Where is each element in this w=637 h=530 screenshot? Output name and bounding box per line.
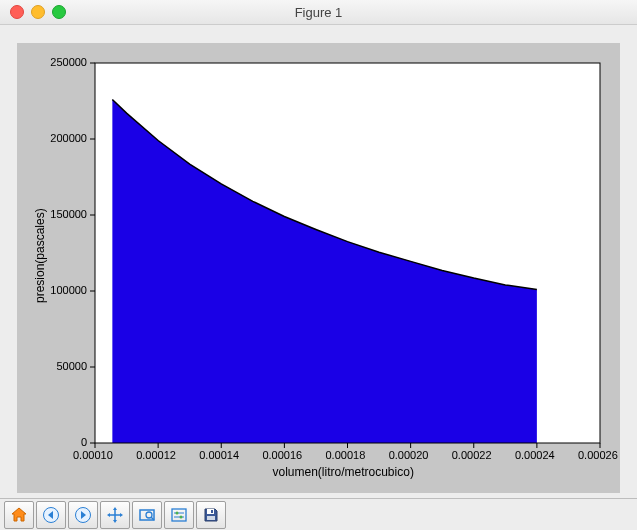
x-tick-label: 0.00026 — [578, 449, 618, 461]
toolbar — [0, 498, 637, 530]
subplots-button[interactable] — [164, 501, 194, 529]
y-axis-label: presion(pascales) — [33, 208, 47, 303]
minimize-icon[interactable] — [31, 5, 45, 19]
svg-rect-29 — [211, 510, 213, 513]
chart-plot — [17, 43, 620, 493]
pan-button[interactable] — [100, 501, 130, 529]
x-tick-label: 0.00020 — [389, 449, 429, 461]
svg-rect-30 — [207, 516, 215, 520]
save-button[interactable] — [196, 501, 226, 529]
arrow-right-icon — [74, 506, 92, 524]
home-button[interactable] — [4, 501, 34, 529]
svg-point-27 — [180, 515, 183, 518]
figure-canvas: 0.000100.000120.000140.000160.000180.000… — [17, 43, 620, 493]
y-tick-label: 200000 — [37, 132, 87, 144]
svg-rect-23 — [172, 509, 186, 521]
x-tick-label: 0.00016 — [262, 449, 302, 461]
titlebar: Figure 1 — [0, 0, 637, 25]
zoom-button[interactable] — [132, 501, 162, 529]
back-button[interactable] — [36, 501, 66, 529]
svg-point-26 — [176, 511, 179, 514]
home-icon — [10, 506, 28, 524]
window-controls — [10, 5, 66, 19]
save-icon — [202, 506, 220, 524]
zoom-icon[interactable] — [52, 5, 66, 19]
arrow-left-icon — [42, 506, 60, 524]
close-icon[interactable] — [10, 5, 24, 19]
x-tick-label: 0.00022 — [452, 449, 492, 461]
y-tick-label: 250000 — [37, 56, 87, 68]
y-tick-label: 0 — [37, 436, 87, 448]
move-icon — [106, 506, 124, 524]
x-tick-label: 0.00010 — [73, 449, 113, 461]
x-tick-label: 0.00014 — [199, 449, 239, 461]
window-title: Figure 1 — [0, 5, 637, 20]
forward-button[interactable] — [68, 501, 98, 529]
x-tick-label: 0.00024 — [515, 449, 555, 461]
x-tick-label: 0.00018 — [326, 449, 366, 461]
x-tick-label: 0.00012 — [136, 449, 176, 461]
sliders-icon — [170, 506, 188, 524]
zoom-rect-icon — [138, 506, 156, 524]
x-axis-label: volumen(litro/metrocubico) — [273, 465, 414, 479]
y-tick-label: 50000 — [37, 360, 87, 372]
